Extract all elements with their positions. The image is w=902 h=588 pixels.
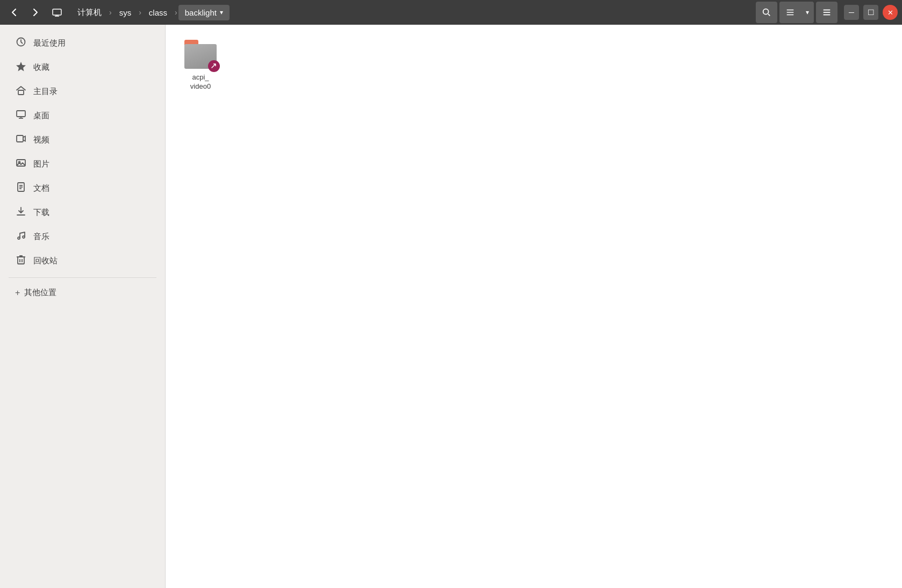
folder-grid: acpi_video0 [176,35,891,96]
sidebar-label-music: 音乐 [33,232,49,242]
sidebar: 最近使用 收藏 主目录 [0,25,166,588]
breadcrumb: 计算机 › sys › class › backlight ▾ [71,4,230,21]
forward-button[interactable] [26,3,45,22]
svg-rect-10 [18,90,24,95]
folder-icon [183,40,218,70]
view-controls: ▾ [779,2,814,23]
sidebar-item-trash[interactable]: 回收站 [4,249,161,273]
breadcrumb-computer[interactable]: 计算机 [71,4,108,21]
trash-icon [15,254,27,268]
titlebar-right-controls: ▾ [756,2,837,23]
main-container: 最近使用 收藏 主目录 [0,25,902,588]
sidebar-item-recent[interactable]: 最近使用 [4,31,161,55]
music-icon [15,230,27,243]
folder-item-acpi-video0[interactable]: acpi_video0 [176,35,225,96]
sidebar-label-videos: 视频 [33,135,49,145]
svg-marker-9 [16,62,26,71]
sidebar-label-other-places: 其他位置 [24,288,56,298]
minimize-button[interactable]: ─ [844,5,859,20]
bookmarks-icon [15,61,27,74]
sidebar-label-home: 主目录 [33,87,58,97]
svg-point-23 [23,236,25,238]
svg-rect-0 [53,9,61,15]
documents-icon [15,182,27,195]
recent-icon [15,37,27,50]
sidebar-item-videos[interactable]: 视频 [4,128,161,152]
sidebar-label-recent: 最近使用 [33,38,66,48]
menu-button[interactable] [816,2,837,23]
plus-icon: + [15,288,20,298]
sidebar-label-downloads: 下载 [33,207,49,218]
search-button[interactable] [756,2,777,23]
file-area: acpi_video0 [166,25,902,588]
back-button[interactable] [4,3,24,22]
breadcrumb-sys[interactable]: sys [113,5,138,20]
pictures-icon [15,157,27,171]
dropdown-arrow-icon: ▾ [220,9,223,16]
view-dropdown-button[interactable]: ▾ [801,2,814,23]
breadcrumb-class[interactable]: class [142,5,174,20]
videos-icon [15,133,27,147]
sidebar-item-home[interactable]: 主目录 [4,80,161,104]
folder-item-name: acpi_video0 [190,73,211,91]
home-icon [15,85,27,98]
chevron-down-icon: ▾ [806,9,809,16]
svg-rect-11 [17,111,25,117]
maximize-button[interactable]: ☐ [863,5,878,20]
desktop-icon [15,109,27,123]
window-controls: ─ ☐ ✕ [844,5,898,20]
sidebar-item-desktop[interactable]: 桌面 [4,104,161,128]
sidebar-item-music[interactable]: 音乐 [4,225,161,249]
titlebar: 计算机 › sys › class › backlight ▾ ▾ [0,0,902,25]
close-icon: ✕ [887,9,893,17]
sidebar-item-downloads[interactable]: 下载 [4,200,161,225]
sidebar-label-bookmarks: 收藏 [33,62,49,73]
breadcrumb-backlight[interactable]: backlight ▾ [178,5,230,20]
symlink-badge [208,60,220,72]
sidebar-label-documents: 文档 [33,183,49,193]
sidebar-label-pictures: 图片 [33,159,49,169]
sidebar-item-documents[interactable]: 文档 [4,176,161,200]
svg-rect-24 [18,257,24,264]
minimize-icon: ─ [849,8,854,17]
svg-point-1 [763,9,769,15]
sidebar-item-other-places[interactable]: + 其他位置 [4,282,161,303]
close-button[interactable]: ✕ [883,5,898,20]
computer-icon-button[interactable] [47,3,67,22]
sidebar-item-bookmarks[interactable]: 收藏 [4,55,161,80]
downloads-icon [15,206,27,219]
svg-rect-14 [17,135,23,142]
svg-point-22 [18,237,20,239]
sidebar-item-pictures[interactable]: 图片 [4,152,161,176]
sidebar-divider [9,277,156,278]
list-view-button[interactable] [779,2,801,23]
sidebar-label-trash: 回收站 [33,256,58,266]
sidebar-label-desktop: 桌面 [33,111,49,121]
maximize-icon: ☐ [868,8,875,17]
